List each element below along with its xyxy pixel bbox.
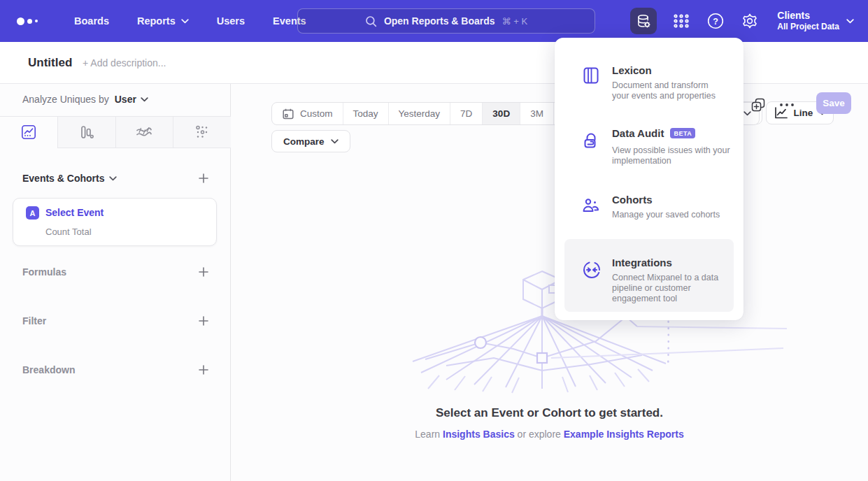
formulas-label: Formulas: [22, 266, 66, 278]
cohorts-people-icon: [581, 196, 601, 215]
visualization-tabs: [0, 116, 231, 148]
search-icon: [365, 15, 377, 27]
chevron-down-icon: [331, 139, 339, 144]
help-button[interactable]: ?: [706, 11, 725, 31]
tab-bar-chart[interactable]: [57, 117, 115, 148]
data-audit-icon: [581, 131, 601, 151]
count-total-label[interactable]: Count Total: [45, 227, 92, 237]
search-shortcut: ⌘ + K: [502, 16, 528, 27]
example-insights-reports-link[interactable]: Example Insights Reports: [564, 429, 684, 440]
nav-item-boards[interactable]: Boards: [74, 15, 109, 27]
gear-icon: [741, 12, 759, 30]
events-cohorts-section: Events & Cohorts: [22, 171, 209, 186]
date-range-30d[interactable]: 30D: [482, 103, 520, 124]
chevron-down-icon: [141, 97, 148, 102]
tab-insights-line[interactable]: [0, 117, 57, 148]
select-event-label[interactable]: Select Event: [45, 207, 104, 218]
main-content: Custom Today Yesterday 7D 30D 3M 6M 12M …: [231, 84, 868, 481]
add-breakdown-button[interactable]: [198, 364, 209, 375]
calendar-icon: [282, 108, 294, 120]
bar-chart-icon: [78, 124, 95, 141]
save-button[interactable]: Save: [816, 92, 851, 114]
chevron-down-icon: [181, 19, 189, 24]
date-range-custom[interactable]: Custom: [272, 103, 343, 124]
breakdown-section: Breakdown: [22, 362, 209, 378]
data-management-menu: Lexicon Document and transformyour event…: [555, 38, 744, 320]
empty-state-subtitle: Learn Insights Basics or explore Example…: [231, 429, 868, 440]
more-options-button[interactable]: [778, 96, 795, 113]
duplicate-report-button[interactable]: [750, 96, 767, 113]
date-range-7d[interactable]: 7D: [450, 103, 482, 124]
ellipsis-icon: [778, 103, 795, 107]
event-letter-badge: A: [26, 206, 39, 220]
svg-text:?: ?: [713, 17, 718, 27]
report-description-placeholder[interactable]: + Add description...: [83, 57, 166, 69]
tab-metrics-grid[interactable]: [173, 117, 231, 148]
events-cohorts-label[interactable]: Events & Cohorts: [22, 173, 117, 184]
copy-plus-icon: [750, 97, 766, 113]
tab-flow-chart[interactable]: [115, 117, 173, 148]
question-circle-icon: ?: [706, 12, 725, 30]
mixpanel-logo-icon[interactable]: [17, 17, 48, 25]
integrations-sync-icon: [581, 259, 601, 279]
add-event-button[interactable]: [198, 173, 209, 184]
chevron-down-icon: [109, 176, 117, 181]
menu-item-lexicon[interactable]: Lexicon Document and transformyour event…: [555, 64, 744, 120]
report-title[interactable]: Untitled: [28, 56, 72, 70]
beta-badge: BETA: [670, 128, 695, 138]
global-search-input[interactable]: Open Reports & Boards ⌘ + K: [297, 8, 595, 34]
date-range-3m[interactable]: 3M: [520, 103, 553, 124]
app-root: Boards Reports Users Events Open Reports…: [0, 0, 868, 481]
analyze-row: Analyze Uniques by User: [22, 94, 148, 105]
event-card[interactable]: A Select Event Count Total: [13, 198, 217, 246]
project-scope: All Project Data: [777, 22, 839, 32]
top-nav: Boards Reports Users Events Open Reports…: [0, 0, 868, 42]
date-range-today[interactable]: Today: [343, 103, 388, 124]
analyze-value-dropdown[interactable]: User: [115, 94, 148, 105]
add-formula-button[interactable]: [198, 266, 209, 278]
database-gear-icon: [636, 13, 652, 29]
apps-grid-button[interactable]: [671, 11, 691, 31]
formulas-section: Formulas: [22, 264, 209, 280]
project-selector[interactable]: Clients All Project Data: [777, 10, 854, 32]
menu-item-cohorts[interactable]: Cohorts Manage your saved cohorts: [555, 194, 744, 236]
settings-button[interactable]: [740, 11, 760, 31]
menu-item-data-audit[interactable]: Data AuditBETA View possible issues with…: [555, 127, 744, 183]
nav-item-users[interactable]: Users: [217, 15, 245, 27]
filter-section: Filter: [22, 313, 209, 329]
analyze-label: Analyze Uniques by: [22, 94, 109, 105]
project-name: Clients: [777, 10, 839, 22]
query-sidebar: Analyze Uniques by User: [0, 84, 231, 481]
filter-label: Filter: [22, 315, 46, 326]
chevron-down-icon: [846, 19, 854, 24]
insights-basics-link[interactable]: Insights Basics: [443, 429, 515, 440]
data-management-button[interactable]: [630, 8, 657, 34]
date-range-yesterday[interactable]: Yesterday: [388, 103, 450, 124]
add-filter-button[interactable]: [198, 315, 209, 326]
search-placeholder: Open Reports & Boards: [384, 15, 495, 27]
flow-sankey-icon: [135, 124, 153, 141]
empty-state-title: Select an Event or Cohort to get started…: [231, 406, 868, 420]
line-chart-box-icon: [20, 124, 37, 141]
dots-metric-icon: [194, 124, 211, 141]
breakdown-label: Breakdown: [22, 364, 75, 375]
lexicon-book-icon: [581, 66, 601, 85]
nav-item-reports[interactable]: Reports: [137, 15, 189, 27]
compare-button[interactable]: Compare: [271, 130, 350, 152]
grid-dots-icon: [672, 12, 690, 30]
menu-item-integrations[interactable]: Integrations Connect Mixpanel to a datap…: [555, 257, 744, 333]
